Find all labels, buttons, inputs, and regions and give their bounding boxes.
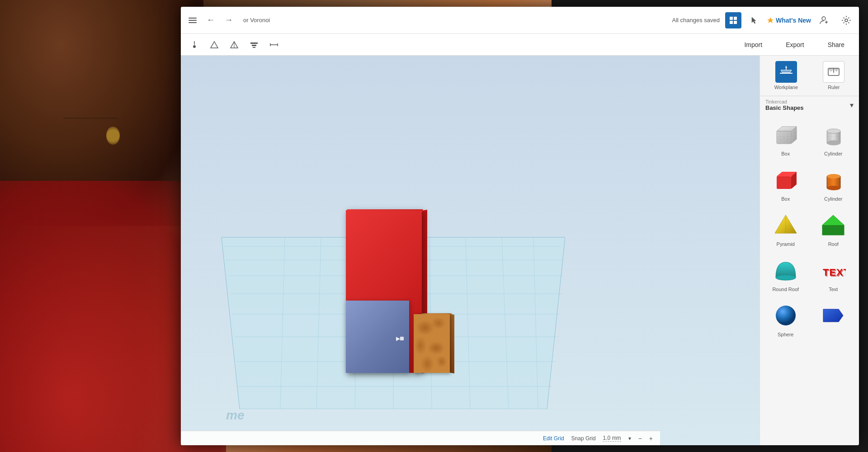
shape-item-roof[interactable]: Roof <box>810 206 858 251</box>
shape-item-gray-box[interactable]: Box <box>762 116 810 161</box>
right-panel: Workplane Ruler <box>760 56 859 445</box>
shape2-icon <box>819 301 848 330</box>
edit-grid-label[interactable]: Edit Grid <box>543 435 564 442</box>
sphere-icon <box>771 301 800 330</box>
shapes-title: Basic Shapes <box>765 104 804 111</box>
shapes-category: Tinkercad <box>765 99 804 104</box>
shape2-svg <box>821 303 846 328</box>
roof-svg <box>821 212 846 238</box>
whats-new-button[interactable]: What's New <box>767 17 811 24</box>
gear-icon <box>841 15 852 26</box>
red-box-label: Box <box>781 196 790 202</box>
status-bar: Edit Grid Snap Grid 1.0 mm ▾ − + <box>181 431 660 445</box>
add-user-button[interactable] <box>816 12 833 28</box>
shape-item-text[interactable]: TEXT TEXT Text <box>810 251 858 297</box>
shapes-dropdown-button[interactable]: ▾ <box>850 101 854 109</box>
triangle-icon <box>210 40 219 49</box>
text-shape-icon: TEXT TEXT <box>819 256 848 285</box>
svg-point-75 <box>827 174 840 179</box>
grid-view-button[interactable] <box>725 12 741 28</box>
orange-cylinder-label: Cylinder <box>824 196 842 202</box>
round-roof-svg <box>773 258 798 283</box>
svg-rect-3 <box>734 21 737 24</box>
blue-panel-object[interactable]: ▶ <box>346 301 409 373</box>
svg-marker-39 <box>781 70 792 73</box>
roof-icon <box>819 211 848 240</box>
svg-rect-16 <box>253 47 255 48</box>
secondary-toolbar: Import Export Share <box>181 34 859 56</box>
svg-marker-85 <box>822 225 844 235</box>
pyramid-icon <box>771 211 800 240</box>
svg-marker-90 <box>823 309 843 322</box>
sphere-svg <box>773 303 798 328</box>
workplane-svg <box>779 65 793 79</box>
gray-box-icon <box>771 120 800 149</box>
snap-value[interactable]: 1.0 mm <box>603 435 621 442</box>
hamburger-icon <box>186 15 199 26</box>
zoom-out-button[interactable]: − <box>638 435 642 442</box>
gray-box-label: Box <box>781 151 790 156</box>
triangle2-icon <box>230 40 239 49</box>
triangle2-tool-button[interactable] <box>228 38 241 51</box>
menu-button[interactable] <box>185 13 200 28</box>
save-status: All changes saved <box>672 17 720 24</box>
pick-icon <box>750 16 758 24</box>
triangle-tool-button[interactable] <box>208 38 221 51</box>
round-roof-label: Round Roof <box>772 287 799 292</box>
shape-item-round-roof[interactable]: Round Roof <box>762 251 810 297</box>
shape-item-orange-cylinder[interactable]: Cylinder <box>810 161 858 206</box>
screen: ← → or Voronoi All changes saved <box>181 7 859 445</box>
gray-cylinder-label: Cylinder <box>824 151 842 156</box>
export-button[interactable]: Export <box>778 38 811 51</box>
import-button[interactable]: Import <box>737 38 769 51</box>
svg-point-76 <box>827 186 840 190</box>
gray-cylinder-svg <box>821 122 846 147</box>
toolbar-right: All changes saved <box>672 12 854 28</box>
pyramid-svg <box>773 212 798 238</box>
roof-label: Roof <box>828 241 839 247</box>
workplane-tool[interactable]: Workplane <box>771 57 802 94</box>
svg-rect-71 <box>777 176 791 189</box>
svg-point-6 <box>822 17 826 20</box>
orange-cylinder-svg <box>821 167 846 193</box>
textured-block-object[interactable] <box>414 314 450 373</box>
svg-point-86 <box>776 275 796 280</box>
svg-rect-1 <box>734 17 737 20</box>
snap-dropdown-button[interactable]: ▾ <box>628 435 631 442</box>
point-tool-button[interactable] <box>188 38 201 51</box>
star-icon <box>767 17 774 24</box>
workplane-icon <box>775 61 797 83</box>
redo-button[interactable]: → <box>222 13 236 28</box>
sphere-label: Sphere <box>778 332 793 337</box>
canvas-area[interactable]: me ▶ <box>181 56 760 445</box>
svg-marker-84 <box>822 215 844 225</box>
svg-marker-41 <box>785 66 787 68</box>
shape-item-gray-cylinder[interactable]: Cylinder <box>810 116 858 161</box>
shape-item-sphere[interactable]: Sphere <box>762 297 810 342</box>
measure-icon <box>269 40 278 49</box>
align-tool-button[interactable] <box>248 38 260 51</box>
measure-tool-button[interactable] <box>268 38 280 51</box>
viewport-label: me <box>226 408 244 423</box>
svg-point-9 <box>845 19 848 22</box>
whats-new-label: What's New <box>776 17 811 24</box>
svg-rect-2 <box>730 21 733 24</box>
svg-point-10 <box>193 45 196 48</box>
settings-button[interactable] <box>838 12 854 28</box>
shape-item-pyramid[interactable]: Pyramid <box>762 206 810 251</box>
panel-tools: Workplane Ruler <box>760 56 859 96</box>
shape-item-shape2[interactable] <box>810 297 858 342</box>
undo-button[interactable]: ← <box>203 13 218 28</box>
orange-cylinder-icon <box>819 165 848 194</box>
pick-tool-button[interactable] <box>747 13 761 28</box>
gray-box-svg <box>773 122 798 147</box>
shape-item-red-box[interactable]: Box <box>762 161 810 206</box>
svg-rect-0 <box>730 17 733 20</box>
share-button[interactable]: Share <box>821 38 852 51</box>
ruler-tool[interactable]: Ruler <box>819 57 848 94</box>
svg-rect-14 <box>250 42 258 44</box>
svg-marker-5 <box>767 17 774 23</box>
workplane-label: Workplane <box>774 85 798 90</box>
zoom-in-button[interactable]: + <box>649 435 653 442</box>
viewport[interactable]: me ▶ <box>181 56 760 445</box>
